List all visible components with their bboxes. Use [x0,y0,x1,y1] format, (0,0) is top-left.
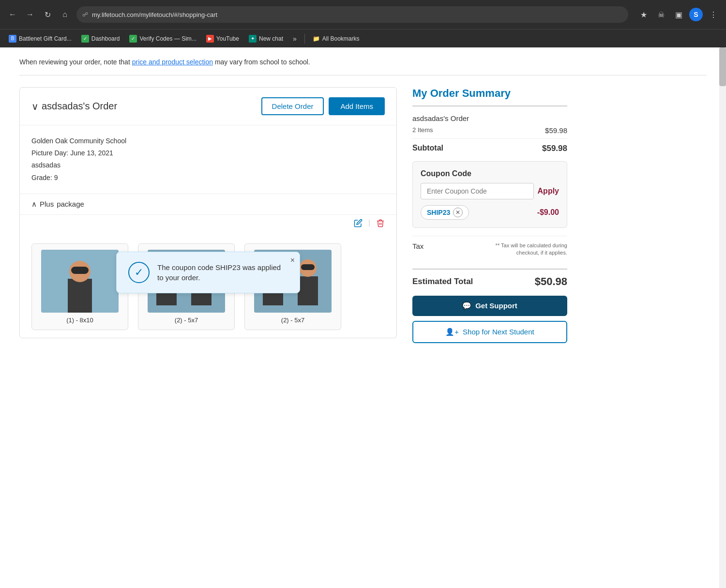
summary-subtotal-row: Subtotal $59.98 [412,138,567,153]
svg-rect-17 [301,264,315,270]
bookmark-battlenet-label: Battlenet Gift Card... [19,35,72,42]
address-bar[interactable]: ☍ my.lifetouch.com/mylifetouch/#/shoppin… [76,6,628,23]
summary-items-price: $59.98 [545,126,567,135]
notice-after: may vary from school to school. [213,58,310,66]
remove-coupon-button[interactable]: ✕ [453,208,463,217]
dashboard-favicon: ✓ [81,35,89,43]
photo-2-label: (2) - 5x7 [251,317,335,324]
get-support-label: Get Support [475,302,517,310]
forward-button[interactable]: → [23,8,37,21]
apply-coupon-button[interactable]: Apply [538,183,559,199]
grade: Grade: 9 [31,172,385,184]
estimated-total-row: Estimated Total $50.98 [412,269,567,288]
summary-items-row: 2 Items $59.98 [412,126,567,135]
newchat-favicon: ✦ [249,35,257,43]
shop-next-student-button[interactable]: 👤+ Shop for Next Student [412,321,567,343]
photo-0-image [41,250,119,313]
bookmarks-divider [304,34,305,44]
summary-order-title-row: asdsadas's Order [412,114,567,122]
home-button[interactable]: ⌂ [58,8,72,21]
page-divider [19,75,707,75]
delete-package-button[interactable] [376,219,385,230]
picture-day: Picture Day: June 13, 2021 [31,147,385,159]
notice-before: When reviewing your order, note that [19,58,132,66]
folder-icon: 📁 [313,35,320,42]
photo-item-0: (1) - 8x10 [31,243,128,330]
scrollbar-thumb[interactable] [719,47,726,86]
edit-package-button[interactable] [354,219,363,230]
add-items-button[interactable]: Add Items [329,97,385,115]
bookmark-verify[interactable]: ✓ Verify Codes — Sim... [125,33,200,45]
tax-note: ** Tax will be calculated during checkou… [480,242,567,257]
coupon-tag: SHIP23 ✕ [421,205,469,220]
coupon-tag-row: SHIP23 ✕ -$9.00 [421,205,559,220]
school-name: Golden Oak Community School [31,135,385,147]
subtotal-amount: $59.98 [542,144,567,153]
popup-message: The coupon code SHIP23 was applied to yo… [157,262,288,283]
shield-icon[interactable]: ☠ [654,8,668,21]
svg-rect-15 [298,276,318,305]
summary-items-count: 2 Items [412,126,433,135]
order-actions: Delete Order Add Items [261,97,385,115]
bookmarks-more-button[interactable]: » [289,33,301,45]
package-icons-row: | [20,214,396,236]
svg-rect-1 [68,279,92,313]
order-title-row: ∨ asdsadas's Order [31,101,117,112]
tax-label: Tax [412,242,424,250]
person-add-icon: 👤+ [445,328,459,336]
coupon-input-row: Apply [421,183,559,199]
notice-link[interactable]: price and product selection [132,58,213,66]
photo-0-label: (1) - 8x10 [38,317,122,324]
package-label: Plus [40,200,54,208]
support-icon: 💬 [462,302,471,310]
bookmark-battlenet[interactable]: B Battlenet Gift Card... [5,33,76,45]
scrollbar[interactable] [719,47,726,588]
pipe-divider: | [368,219,370,230]
bookmark-star-button[interactable]: ★ [637,8,650,21]
order-body: Golden Oak Community School Picture Day:… [20,125,396,194]
shop-next-label: Shop for Next Student [463,328,534,336]
package-header: ∧ Plus package [20,194,396,214]
svg-rect-3 [71,267,89,274]
youtube-favicon: ▶ [206,35,214,43]
reload-button[interactable]: ↻ [41,8,54,21]
summary-title: My Order Summary [412,87,567,100]
coupon-code-text: SHIP23 [427,209,450,216]
order-summary: My Order Summary asdsadas's Order 2 Item… [412,87,567,343]
security-icon: ☍ [82,11,88,18]
bookmarks-all-label: All Bookmarks [322,35,360,42]
bookmark-newchat[interactable]: ✦ New chat [245,33,287,45]
coupon-discount-amount: -$9.00 [537,208,559,217]
estimated-amount: $50.98 [535,275,567,288]
bookmark-dashboard[interactable]: ✓ Dashboard [77,33,124,45]
coupon-box: Coupon Code Apply SHIP23 ✕ -$9.00 [412,161,567,228]
order-collapse-icon[interactable]: ∨ [31,101,39,112]
bookmarks-all-button[interactable]: 📁 All Bookmarks [309,33,363,44]
delete-order-button[interactable]: Delete Order [261,97,324,115]
back-button[interactable]: ← [6,8,19,21]
subtotal-label: Subtotal [412,144,443,153]
notice-text: When reviewing your order, note that pri… [19,57,707,67]
order-section: ∨ asdsadas's Order Delete Order Add Item… [19,87,397,338]
battlenet-favicon: B [9,35,16,43]
student-name: asdsadas [31,159,385,171]
page-content: When reviewing your order, note that pri… [0,47,726,353]
student-info: Golden Oak Community School Picture Day:… [31,135,385,184]
bookmark-youtube-label: YouTube [216,35,239,42]
package-collapse-icon[interactable]: ∧ [31,200,37,209]
profile-avatar[interactable]: S [689,8,703,21]
url-text: my.lifetouch.com/mylifetouch/#/shopping-… [92,11,622,18]
verify-favicon: ✓ [129,35,137,43]
menu-button[interactable]: ⋮ [707,8,720,21]
browser-chrome: ← → ↻ ⌂ ☍ my.lifetouch.com/mylifetouch/#… [0,0,726,29]
get-support-button[interactable]: 💬 Get Support [412,296,567,316]
bookmarks-bar: B Battlenet Gift Card... ✓ Dashboard ✓ V… [0,29,726,47]
bookmark-verify-label: Verify Codes — Sim... [139,35,196,42]
bookmark-youtube[interactable]: ▶ YouTube [202,33,243,45]
browser-actions: ★ ☠ ▣ S ⋮ [637,8,720,21]
nav-buttons: ← → ↻ ⌂ [6,8,72,21]
popup-close-button[interactable]: × [290,256,295,265]
coupon-input-field[interactable] [421,183,534,199]
main-layout: ∨ asdsadas's Order Delete Order Add Item… [19,87,707,343]
extensions-button[interactable]: ▣ [672,8,685,21]
